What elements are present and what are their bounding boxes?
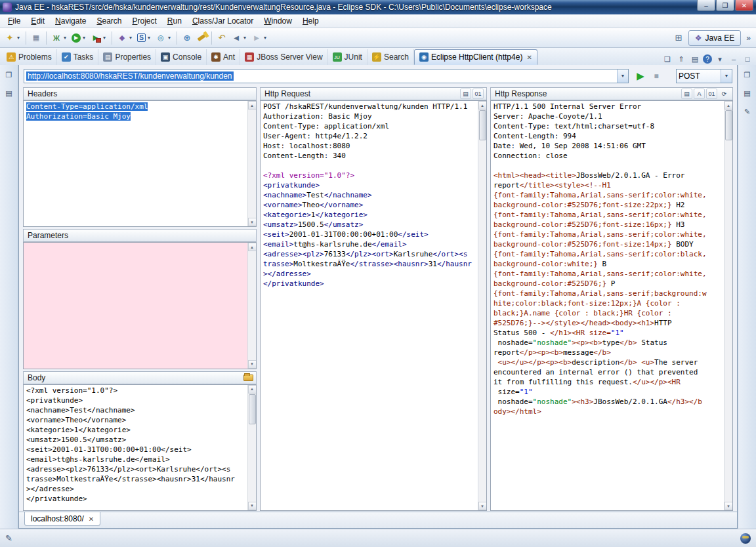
menu-navigate[interactable]: Navigate	[50, 15, 91, 27]
minimize-view-icon[interactable]: –	[728, 53, 740, 65]
line-numbers-icon[interactable]: 01	[472, 89, 484, 99]
body-editor[interactable]: <?xml version="1.0"?><privatkunde><nachn…	[26, 386, 254, 504]
scroll-down-icon[interactable]: ▼	[248, 502, 257, 510]
scrollbar-thumb[interactable]	[725, 110, 732, 140]
scroll-up-icon[interactable]: ▲	[248, 101, 257, 110]
fast-view-edit-icon[interactable]: ✎	[741, 105, 754, 118]
run-external-tools-button[interactable]: ▶ ▾	[89, 30, 109, 46]
open-perspective-button[interactable]: ⊞	[671, 30, 686, 46]
session-tab-localhost[interactable]: localhost:8080/ ✕	[24, 512, 100, 526]
scrollbar-thumb[interactable]	[249, 394, 256, 424]
fast-view-outline-icon[interactable]: ▤	[741, 87, 754, 100]
close-window-button[interactable]: ✕	[735, 0, 753, 11]
search-button[interactable]	[194, 30, 209, 46]
tab-junit[interactable]: JU JUnit	[328, 49, 368, 65]
scrollbar-thumb[interactable]	[479, 110, 486, 140]
chevron-down-icon[interactable]: ▾	[81, 35, 87, 41]
chevron-down-icon[interactable]: ▾	[16, 35, 21, 41]
new-ejb-button[interactable]: ◆ ▾	[115, 30, 135, 46]
url-input[interactable]: http://localhost:8080/hskaREST/kundenver…	[26, 71, 234, 81]
send-request-button[interactable]: ▶	[633, 68, 648, 84]
scroll-up-icon[interactable]: ▲	[724, 101, 733, 110]
stop-request-button[interactable]: ■	[648, 68, 664, 84]
scroll-up-icon[interactable]: ▲	[478, 101, 487, 110]
menu-edit[interactable]: Edit	[26, 15, 50, 27]
scroll-up-icon[interactable]: ▲	[248, 243, 257, 251]
view-menu-chevron-icon[interactable]: ▾	[714, 53, 726, 65]
scroll-down-icon[interactable]: ▼	[478, 502, 487, 510]
tab-properties[interactable]: ▤ Properties	[98, 49, 156, 65]
new-wizard-button[interactable]: ✦ ▾	[3, 30, 23, 46]
scroll-down-icon[interactable]: ▼	[248, 218, 257, 226]
new-servlet-button[interactable]: S ▾	[135, 30, 154, 46]
http-method-combo[interactable]: POST ▼	[676, 69, 732, 83]
line-numbers-icon[interactable]: 01	[706, 89, 717, 99]
back-button[interactable]: ◀ ▾	[229, 30, 249, 46]
refresh-icon[interactable]: ⟳	[719, 89, 730, 99]
scrollbar[interactable]: ▲ ▼	[247, 243, 256, 368]
maximize-view-icon[interactable]: □	[742, 53, 753, 65]
tab-ant[interactable]: ✱ Ant	[207, 49, 240, 65]
menu-run[interactable]: Run	[162, 15, 187, 27]
open-file-icon[interactable]	[243, 375, 253, 381]
word-wrap-icon[interactable]: ▤	[681, 89, 692, 99]
scroll-up-icon[interactable]: ▲	[248, 385, 257, 394]
open-web-browser-button[interactable]: ⊕	[180, 30, 194, 46]
fast-view-restore-icon[interactable]: ❐	[3, 68, 16, 81]
chevron-down-icon[interactable]: ▾	[242, 35, 247, 41]
scroll-down-icon[interactable]: ▼	[248, 360, 257, 369]
export-icon[interactable]: ⇑	[675, 53, 687, 65]
window-controls: – ❐ ✕	[696, 0, 753, 11]
close-tab-icon[interactable]: ✕	[526, 54, 532, 61]
chevron-down-icon[interactable]: ▾	[167, 35, 172, 41]
close-session-icon[interactable]: ✕	[89, 516, 94, 523]
method-dropdown-icon[interactable]: ▼	[721, 70, 732, 83]
help-icon[interactable]: ?	[703, 54, 712, 64]
new-window-icon[interactable]: ❏	[662, 53, 673, 65]
menu-class-jar-locator[interactable]: Class/Jar Locator	[187, 15, 259, 27]
tab-problems[interactable]: ⚠ Problems	[2, 49, 57, 65]
minimize-window-button[interactable]: –	[697, 0, 715, 11]
headers-editor[interactable]: Content-Type=application/xmlAuthorizatio…	[26, 102, 254, 121]
menu-search[interactable]: Search	[91, 15, 127, 27]
menu-help[interactable]: Help	[297, 15, 324, 27]
menu-project[interactable]: Project	[127, 15, 161, 27]
menu-window[interactable]: Window	[259, 15, 297, 27]
word-wrap-icon[interactable]: ▤	[460, 89, 471, 99]
url-combo[interactable]: http://localhost:8080/hskaREST/kundenver…	[24, 69, 629, 83]
scrollbar[interactable]: ▲ ▼	[478, 101, 486, 510]
menu-file[interactable]: File	[3, 15, 26, 27]
url-dropdown-icon[interactable]: ▼	[617, 70, 628, 83]
save-button[interactable]: ▦	[29, 30, 43, 46]
tab-tasks[interactable]: ✔ Tasks	[57, 49, 99, 65]
scroll-down-icon[interactable]: ▼	[724, 502, 733, 510]
debug-button[interactable]: Ж ▾	[49, 30, 70, 46]
scrollbar[interactable]: ▲ ▼	[247, 101, 256, 226]
response-view[interactable]: HTTP/1.1 500 Internal Server ErrorServer…	[494, 102, 730, 416]
perspective-java-ee-button[interactable]: ❖ Java EE	[688, 30, 741, 46]
request-view[interactable]: POST /hskaREST/kundenverwaltung/kunden H…	[263, 102, 484, 289]
tab-eclipse-httpclient[interactable]: ◉ Eclipse HttpClient (http4e) ✕	[414, 49, 537, 65]
new-web-service-button[interactable]: ◎ ▾	[154, 30, 174, 46]
print-icon[interactable]: ▤	[689, 53, 701, 65]
last-edit-location-icon: ↶	[217, 33, 227, 43]
chevron-down-icon[interactable]: ▾	[128, 35, 133, 41]
tab-search[interactable]: ⚡ Search	[368, 49, 414, 65]
font-size-icon[interactable]: A	[694, 89, 705, 99]
chevron-down-icon[interactable]: ▾	[262, 35, 268, 41]
scrollbar[interactable]: ▲ ▼	[247, 385, 256, 510]
forward-button[interactable]: ▶ ▾	[249, 30, 270, 46]
chevron-down-icon[interactable]: ▾	[102, 35, 107, 41]
run-button[interactable]: ▶ ▾	[70, 30, 89, 46]
chevron-down-icon[interactable]: ▾	[62, 35, 68, 41]
maximize-window-button[interactable]: ❐	[716, 0, 734, 11]
fast-view-restore-icon[interactable]: ❐	[741, 68, 754, 81]
chevron-down-icon[interactable]: ▾	[146, 35, 152, 41]
toolbar-overflow-chevron[interactable]: »	[744, 33, 753, 43]
tab-jboss-server-view[interactable]: ▦ JBoss Server View	[240, 49, 327, 65]
pencil-icon[interactable]: ✎	[5, 533, 12, 543]
last-edit-location-button[interactable]: ↶	[215, 30, 229, 46]
tab-console[interactable]: ▣ Console	[156, 49, 207, 65]
fast-view-outline-icon[interactable]: ▤	[3, 87, 16, 100]
scrollbar[interactable]: ▲ ▼	[724, 101, 732, 510]
